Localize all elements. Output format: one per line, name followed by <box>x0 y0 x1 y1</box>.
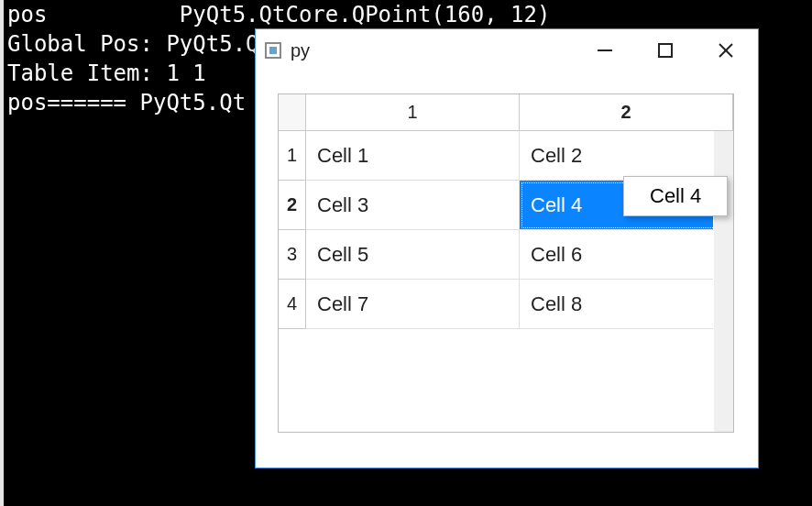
table-cell[interactable]: Cell 2 <box>520 131 733 181</box>
column-header[interactable]: 2 <box>520 94 733 131</box>
table-row: 4 Cell 7 Cell 8 <box>279 280 733 329</box>
column-header[interactable]: 1 <box>306 94 520 131</box>
row-header[interactable]: 1 <box>279 131 306 181</box>
svg-rect-1 <box>659 44 672 57</box>
table-cell[interactable]: Cell 7 <box>306 280 520 329</box>
tooltip: Cell 4 <box>623 176 728 216</box>
table-row: 1 Cell 1 Cell 2 <box>279 131 733 181</box>
table-cell[interactable]: Cell 3 <box>306 181 520 230</box>
row-header[interactable]: 4 <box>279 280 306 329</box>
corner-cell[interactable] <box>279 94 306 131</box>
row-header[interactable]: 3 <box>279 230 306 280</box>
minimize-button[interactable] <box>575 29 635 72</box>
table-row: 3 Cell 5 Cell 6 <box>279 230 733 280</box>
editor-gutter <box>0 0 4 506</box>
app-icon <box>265 42 281 59</box>
app-window: py 1 2 1 Cell 1 Cell 2 2 Cell 3 Cell 4 3 <box>255 28 759 468</box>
titlebar[interactable]: py <box>256 29 758 72</box>
table-widget[interactable]: 1 2 1 Cell 1 Cell 2 2 Cell 3 Cell 4 3 Ce… <box>278 94 734 433</box>
maximize-button[interactable] <box>635 29 696 72</box>
close-button[interactable] <box>696 29 756 72</box>
table-cell[interactable]: Cell 6 <box>520 230 733 280</box>
row-header[interactable]: 2 <box>279 181 306 230</box>
table-cell[interactable]: Cell 8 <box>520 280 733 329</box>
column-headers: 1 2 <box>279 94 733 131</box>
table-cell[interactable]: Cell 5 <box>306 230 520 280</box>
window-title: py <box>291 40 575 61</box>
table-cell[interactable]: Cell 1 <box>306 131 520 181</box>
